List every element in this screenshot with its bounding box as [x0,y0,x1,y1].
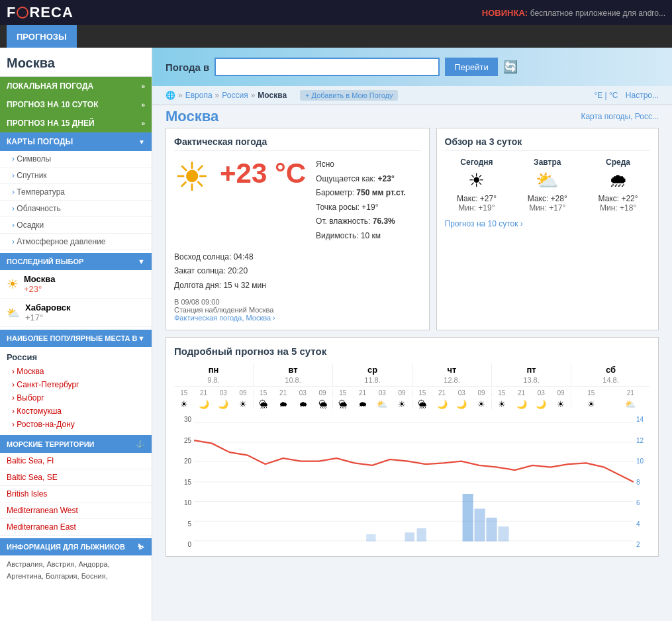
recent-moscow[interactable]: ☀ Москва +23° [0,270,152,299]
weather-icon-cell: ☀ [471,399,491,409]
forecast-day-today: Сегодня ☀ Макс: +27° Мин: +19° [457,158,497,213]
newbadge-text: бесплатное приложение для andro... [530,9,665,18]
wed-weather-icon: 🌧 [599,169,638,191]
station-info: В 09/08 09:00 Станция наблюдений Москва … [174,298,421,322]
search-bar: Погода в Перейти 🔄 [152,48,672,86]
weather-icon-cell: 🌙 [214,399,234,409]
cloud-icon: ⛅ [7,307,20,319]
popular-vyborg[interactable]: Выборг [0,391,152,405]
top-bar: FRECA НОВИНКА: бесплатное приложение для… [0,0,672,25]
new-badge[interactable]: НОВИНКА: бесплатное приложение для andro… [482,8,665,18]
anchor-icon: ⚓ [136,440,145,448]
sunrise-info: Восход солнца: 04:48 Закат солнца: 20:20… [174,250,421,293]
ski-links[interactable]: Австралия, Австрия, Андорра, Аргентина, … [0,555,152,585]
main-layout: Москва ЛОКАЛЬНАЯ ПОГОДА » ПРОГНОЗ НА 10 … [0,48,672,621]
logo-icon [17,7,28,19]
big-temperature: +23 °C [220,158,306,189]
unit-switch[interactable]: °E | °C Настро... [594,91,659,100]
tomorrow-weather-icon: ⛅ [528,169,567,191]
day-pt: пт [526,365,536,375]
ski-icon: ⛷ [138,543,145,551]
recent-khabarovsk[interactable]: ⛅ Хабаровск +17° [0,299,152,327]
sidebar-forecast-15[interactable]: ПРОГНОЗ НА 15 ДНЕЙ » [0,114,152,132]
map-link[interactable]: Карта погоды, Росс... [581,112,659,121]
search-input[interactable] [215,58,440,76]
content: Погода в Перейти 🔄 🌐 » Европа » Россия »… [152,48,672,621]
forecast-10-link[interactable]: Прогноз на 10 суток › [445,219,650,228]
sidebar-sub-pressure[interactable]: Атмосферное давление [0,234,152,250]
weather-icon-cell: 🌦 [254,399,273,409]
sidebar-marine: МОРСКИЕ ТЕРРИТОРИИ ⚓ [0,435,152,453]
marine-baltic-se[interactable]: Baltic Sea, SE [0,469,152,486]
sidebar-sub-temperature[interactable]: Температура [0,184,152,201]
recent-temp: +17° [25,312,70,322]
day-vt: вт [288,365,297,375]
marine-mediterranean-east[interactable]: Mediterranean East [0,519,152,536]
add-to-my-weather[interactable]: + Добавить в Мою Погоду [300,90,398,101]
search-button[interactable]: Перейти [445,58,498,76]
breadcrumb-moscow: Москва [258,91,287,100]
marine-mediterranean-west[interactable]: Mediterranean West [0,502,152,519]
temperature-chart [194,416,634,548]
nav-prognozy[interactable]: ПРОГНОЗЫ [7,25,77,48]
sidebar-last-choice: ПОСЛЕДНИЙ ВЫБОР ▼ [0,253,152,270]
chevron-icon: ▼ [138,258,145,265]
svg-rect-10 [498,527,508,542]
forecast-overview-title: Обзор на 3 суток [445,136,650,151]
sidebar-local-weather[interactable]: ЛОКАЛЬНАЯ ПОГОДА » [0,77,152,95]
weather-icon-cell: ☀ [392,399,412,409]
weather-icon-cell: 🌧 [293,399,313,409]
popular-kostomuksha[interactable]: Костомукша [0,405,152,418]
breadcrumb-europe[interactable]: Европа [185,91,213,100]
weather-icon-cell: ☀ [571,399,611,409]
popular-moscow[interactable]: Москва [0,365,152,378]
weather-icon-cell: 🌙 [512,399,532,409]
five-day-title: Подробный прогноз на 5 суток [174,346,650,357]
forecast-day-tomorrow: Завтра ⛅ Макс: +28° Мин: +17° [528,158,567,213]
weather-icon-cell: 🌧 [353,399,373,409]
forecast-days: Сегодня ☀ Макс: +27° Мин: +19° Завтра ⛅ … [445,158,650,213]
sidebar-sub-precipitation[interactable]: Осадки [0,217,152,234]
arrow-icon: » [141,120,145,127]
five-day-panel: Подробный прогноз на 5 суток пн 9.8. вт … [166,337,659,557]
arrow-icon: » [141,83,145,90]
popular-rostov[interactable]: Ростов-на-Дону [0,418,152,431]
station-link[interactable]: Фактическая погода, Москва › [174,314,275,322]
svg-rect-13 [366,534,375,542]
svg-rect-7 [463,494,473,542]
sidebar-forecast-10[interactable]: ПРОГНОЗ НА 10 СУТОК » [0,95,152,114]
weather-panels: Фактическая погода ☀ +23 °C Ясно Ощущает… [152,128,672,337]
refresh-icon[interactable]: 🔄 [503,60,518,74]
weather-main: ☀ +23 °C Ясно Ощущается как: +23° Бароме… [174,158,421,244]
day-cht: чт [448,365,457,375]
weather-icon-cell: 🌦 [333,399,353,409]
current-weather-title: Фактическая погода [174,136,421,151]
sidebar-sub-satellite[interactable]: Спутник [0,167,152,184]
sidebar-city-title: Москва [0,48,152,77]
recent-city-label: Москва [24,274,55,284]
breadcrumb-russia[interactable]: Россия [222,91,248,100]
popular-spb[interactable]: Санкт-Петербург [0,378,152,391]
sidebar-maps[interactable]: КАРТЫ ПОГОДЫ ▼ [0,132,152,151]
sidebar-sub-clouds[interactable]: Облачность [0,201,152,217]
day-sr: ср [367,365,377,375]
sidebar-sub-symbols[interactable]: Символы [0,151,152,167]
day-sb: сб [606,365,616,375]
marine-baltic-fi[interactable]: Baltic Sea, FI [0,453,152,469]
weather-icon-cell: 🌦 [412,399,432,409]
popular-country: Россия [0,347,152,365]
svg-rect-8 [475,509,485,542]
search-label: Погода в [166,62,209,73]
weather-icon-cell: 🌧 [273,399,293,409]
today-weather-icon: ☀ [457,169,497,191]
weather-icon-cell: ☀ [233,399,253,409]
weather-icon-cell: ☀ [492,399,512,409]
weather-icon-cell: ☀ [174,399,194,409]
logo: FRECA [7,4,73,21]
newbadge-label: НОВИНКА: [482,8,528,18]
forecast-overview-panel: Обзор на 3 суток Сегодня ☀ Макс: +27° Ми… [436,128,659,330]
weather-icon-cell: ⛅ [611,399,651,409]
marine-british-isles[interactable]: British Isles [0,486,152,502]
chart-area: 30 25 20 15 10 5 0 14 12 10 8 6 4 2 [174,416,650,548]
recent-temp: +23° [24,284,55,294]
